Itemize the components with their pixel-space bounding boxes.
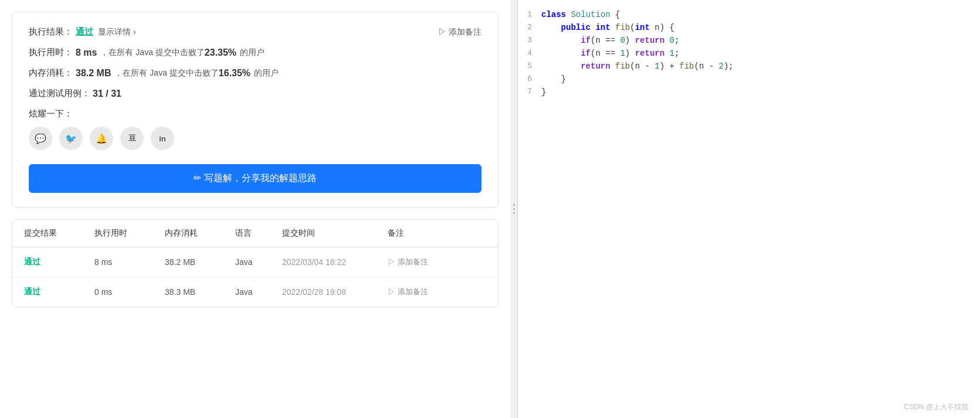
code-token: 1 <box>655 62 659 71</box>
watermark: CSDN @上火不找我 <box>904 402 968 412</box>
line-content: } <box>541 74 980 84</box>
code-token: public <box>561 23 591 32</box>
code-token: int <box>595 23 610 32</box>
code-token: fib <box>615 23 630 32</box>
code-token: class <box>541 10 566 19</box>
line-number: 3 <box>518 36 541 45</box>
code-token: ) + <box>660 62 680 71</box>
execution-time-row: 执行用时： 8 ms ，在所有 Java 提交中击败了 23.35% 的用户 <box>29 47 481 58</box>
code-token: ) <box>625 36 635 45</box>
code-token <box>664 36 669 45</box>
share-icons-row: 💬 🐦 🔔 豆 in <box>29 127 481 150</box>
code-editor-panel: 1class Solution {2 public int fib(int n)… <box>517 0 980 418</box>
code-token: fib <box>679 62 694 71</box>
code-token: (n - <box>630 62 655 71</box>
code-token <box>611 23 615 32</box>
bell-share-button[interactable]: 🔔 <box>90 127 113 150</box>
row2-time: 0 ms <box>94 287 165 297</box>
linkedin-share-button[interactable]: in <box>151 127 174 150</box>
code-token: Solution <box>571 10 610 19</box>
code-token: fib <box>615 62 630 71</box>
code-token: 0 <box>620 36 625 45</box>
code-line: 2 public int fib(int n) { <box>518 22 980 35</box>
wechat-icon: 💬 <box>35 133 46 144</box>
header-timestamp: 提交时间 <box>282 228 388 239</box>
test-cases-value: 31 / 31 <box>93 89 121 99</box>
header-time: 执行用时 <box>94 228 165 239</box>
time-label: 执行用时： <box>29 47 76 58</box>
code-token: { <box>611 10 620 19</box>
panel-divider[interactable] <box>510 0 517 418</box>
code-token: ; <box>674 36 679 45</box>
code-line: 6 } <box>518 74 980 87</box>
table-row: 通过 8 ms 38.2 MB Java 2022/03/04 18:22 ▷ … <box>12 247 498 277</box>
line-content: if(n == 0) return 0; <box>541 36 980 45</box>
code-token: 1 <box>670 49 674 58</box>
line-number: 1 <box>518 10 541 19</box>
code-token: 0 <box>670 36 674 45</box>
mem-desc: ，在所有 Java 提交中击败了 <box>114 68 218 79</box>
code-token <box>541 62 581 71</box>
header-memory: 内存消耗 <box>165 228 235 239</box>
share-section: 炫耀一下： 💬 🐦 🔔 豆 in <box>29 108 481 150</box>
line-number: 4 <box>518 49 541 57</box>
result-status[interactable]: 通过 <box>76 26 93 38</box>
test-cases-row: 通过测试用例： 31 / 31 <box>29 88 481 99</box>
divider-dot <box>513 212 515 214</box>
line-content: class Solution { <box>541 10 980 19</box>
header-lang: 语言 <box>235 228 282 239</box>
time-percent: 23.35% <box>205 47 236 58</box>
code-token: return <box>635 36 664 45</box>
share-label: 炫耀一下： <box>29 108 481 120</box>
row1-memory: 38.2 MB <box>165 257 235 267</box>
time-value: 8 ms <box>76 47 97 58</box>
row1-status[interactable]: 通过 <box>24 257 94 267</box>
code-token: n) { <box>650 23 674 32</box>
code-token: (n == <box>591 36 620 45</box>
header-result: 提交结果 <box>24 228 94 239</box>
result-label: 执行结果： <box>29 26 76 38</box>
line-content: if(n == 1) return 1; <box>541 49 980 58</box>
mem-suffix: 的用户 <box>254 68 279 79</box>
show-detail-link[interactable]: 显示详情 › <box>98 27 136 38</box>
code-area[interactable]: 1class Solution {2 public int fib(int n)… <box>518 0 980 418</box>
code-token: (n - <box>694 62 719 71</box>
write-solution-button[interactable]: ✏ 写题解，分享我的解题思路 <box>29 164 481 193</box>
code-line: 3 if(n == 0) return 0; <box>518 35 980 48</box>
row1-add-note[interactable]: ▷ 添加备注 <box>388 257 486 267</box>
code-token: if <box>581 49 591 58</box>
code-line: 5 return fib(n - 1) + fib(n - 2); <box>518 61 980 74</box>
row2-status[interactable]: 通过 <box>24 287 94 297</box>
weibo-share-button[interactable]: 🐦 <box>59 127 83 150</box>
header-note: 备注 <box>388 228 486 239</box>
row2-timestamp: 2022/02/28 19:08 <box>282 287 388 297</box>
linkedin-icon: in <box>159 134 166 143</box>
row2-lang: Java <box>235 287 282 297</box>
weibo-icon: 🐦 <box>65 133 77 144</box>
code-token: } <box>541 87 546 97</box>
wechat-share-button[interactable]: 💬 <box>29 127 52 150</box>
table-row: 通过 0 ms 38.3 MB Java 2022/02/28 19:08 ▷ … <box>12 277 498 307</box>
code-token: if <box>581 36 591 45</box>
memory-usage-row: 内存消耗： 38.2 MB ，在所有 Java 提交中击败了 16.35% 的用… <box>29 67 481 79</box>
line-number: 2 <box>518 23 541 32</box>
add-note-button[interactable]: ▷ 添加备注 <box>438 27 481 38</box>
time-suffix: 的用户 <box>240 47 265 58</box>
submissions-table: 提交结果 执行用时 内存消耗 语言 提交时间 备注 通过 8 ms 38.2 M… <box>12 219 499 307</box>
code-line: 1class Solution { <box>518 9 980 22</box>
code-token <box>664 49 669 58</box>
time-desc: ，在所有 Java 提交中击败了 <box>100 47 204 58</box>
code-token <box>611 62 615 71</box>
mem-value: 38.2 MB <box>76 68 111 79</box>
execution-result-row: 执行结果： 通过 显示详情 › ▷ 添加备注 <box>29 26 481 38</box>
row2-add-note[interactable]: ▷ 添加备注 <box>388 287 486 297</box>
code-token: ); <box>724 62 734 71</box>
code-token <box>541 23 561 32</box>
divider-dot <box>513 204 515 206</box>
code-line: 4 if(n == 1) return 1; <box>518 48 980 61</box>
code-token: int <box>635 23 650 32</box>
result-card: 执行结果： 通过 显示详情 › ▷ 添加备注 执行用时： 8 ms ，在所有 J… <box>12 12 499 208</box>
code-token: } <box>541 74 566 84</box>
line-number: 5 <box>518 62 541 70</box>
douban-share-button[interactable]: 豆 <box>120 127 144 150</box>
